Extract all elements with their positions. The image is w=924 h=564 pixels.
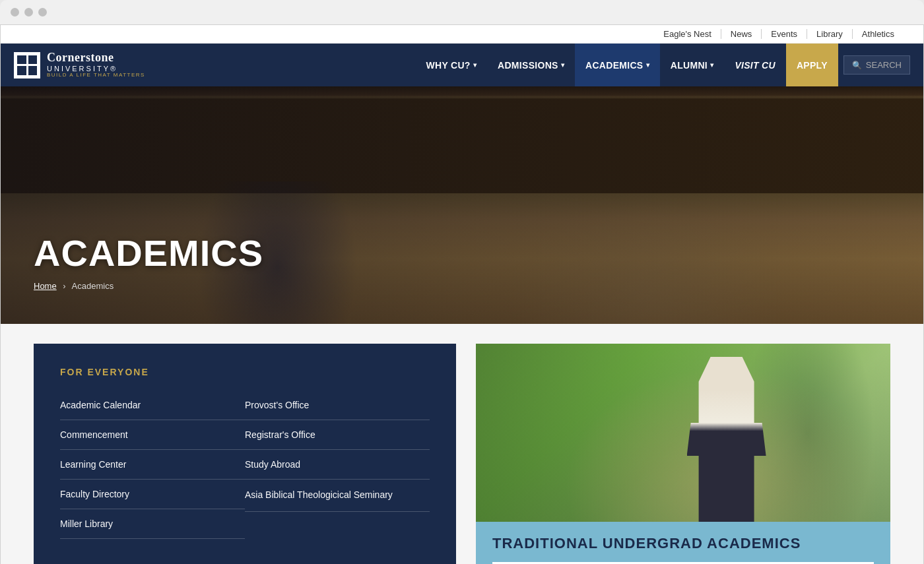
breadcrumb-home[interactable]: Home bbox=[34, 281, 57, 291]
hero-banner: ACADEMICS Home › Academics bbox=[1, 86, 923, 324]
topbar-item-events[interactable]: Events bbox=[762, 29, 807, 39]
for-everyone-panel: FOR EVERYONE Academic Calendar Commencem… bbox=[34, 344, 456, 564]
nav-visit-cu[interactable]: VISIT CU bbox=[724, 44, 786, 86]
site-wrapper: Eagle's Nest News Events Library Athleti… bbox=[0, 25, 924, 564]
nav-why-cu[interactable]: WHY CU? ▾ bbox=[416, 44, 487, 86]
main-navigation: Cornerstone UNIVERSITY® BUILD A LIFE THA… bbox=[1, 44, 923, 86]
search-icon: 🔍 bbox=[852, 61, 862, 70]
link-miller-library[interactable]: Miller Library bbox=[60, 509, 245, 539]
hero-content: ACADEMICS Home › Academics bbox=[34, 232, 263, 291]
breadcrumb: Home › Academics bbox=[34, 281, 263, 291]
hero-title: ACADEMICS bbox=[34, 232, 263, 274]
breadcrumb-separator: › bbox=[63, 281, 65, 291]
topbar-item-library[interactable]: Library bbox=[807, 29, 853, 39]
panel-title: FOR EVERYONE bbox=[60, 367, 430, 377]
cta-title: TRADITIONAL UNDERGRAD ACADEMICS bbox=[492, 535, 874, 552]
search-label: SEARCH bbox=[866, 60, 902, 70]
chevron-down-icon: ▾ bbox=[473, 61, 477, 69]
window-chrome bbox=[0, 0, 924, 25]
link-asia-biblical[interactable]: Asia Biblical Theologicical Seminary bbox=[245, 480, 430, 512]
chevron-down-icon: ▾ bbox=[710, 61, 713, 69]
nav-admissions[interactable]: ADMISSIONS ▾ bbox=[487, 44, 575, 86]
chevron-down-icon: ▾ bbox=[646, 61, 649, 69]
link-study-abroad[interactable]: Study Abroad bbox=[245, 450, 430, 480]
chrome-close-dot bbox=[11, 8, 19, 16]
nav-apply[interactable]: APPLY bbox=[786, 44, 838, 86]
link-commencement[interactable]: Commencement bbox=[60, 420, 245, 450]
breadcrumb-current: Academics bbox=[72, 281, 114, 291]
link-provosts-office[interactable]: Provost's Office bbox=[245, 391, 430, 420]
nav-alumni[interactable]: ALUMNI ▾ bbox=[660, 44, 725, 86]
link-learning-center[interactable]: Learning Center bbox=[60, 450, 245, 480]
link-faculty-directory[interactable]: Faculty Directory bbox=[60, 480, 245, 509]
link-academic-calendar[interactable]: Academic Calendar bbox=[60, 391, 245, 420]
chrome-maximize-dot bbox=[38, 8, 47, 16]
logo-name: Cornerstone bbox=[47, 51, 145, 65]
campus-photo bbox=[476, 344, 890, 522]
link-registrars-office[interactable]: Registrar's Office bbox=[245, 420, 430, 450]
top-bar: Eagle's Nest News Events Library Athleti… bbox=[1, 25, 923, 44]
chevron-down-icon: ▾ bbox=[561, 61, 564, 69]
links-left-column: Academic Calendar Commencement Learning … bbox=[60, 391, 245, 539]
right-panel: TRADITIONAL UNDERGRAD ACADEMICS I'm look… bbox=[476, 344, 890, 564]
chrome-minimize-dot bbox=[24, 8, 33, 16]
content-section: FOR EVERYONE Academic Calendar Commencem… bbox=[1, 324, 923, 564]
links-right-column: Provost's Office Registrar's Office Stud… bbox=[245, 391, 430, 539]
logo-text: Cornerstone UNIVERSITY® BUILD A LIFE THA… bbox=[47, 51, 145, 78]
logo-icon bbox=[14, 52, 40, 78]
topbar-item-athletics[interactable]: Athletics bbox=[853, 29, 904, 39]
cta-overlay: TRADITIONAL UNDERGRAD ACADEMICS I'm look… bbox=[476, 522, 890, 564]
nav-search-button[interactable]: 🔍 SEARCH bbox=[843, 55, 910, 75]
nav-academics[interactable]: ACADEMICS ▾ bbox=[575, 44, 660, 86]
logo-tagline: BUILD A LIFE THAT MATTERS bbox=[47, 73, 145, 78]
topbar-item-eagles-nest[interactable]: Eagle's Nest bbox=[654, 29, 721, 39]
logo-area[interactable]: Cornerstone UNIVERSITY® BUILD A LIFE THA… bbox=[1, 45, 158, 85]
topbar-item-news[interactable]: News bbox=[721, 29, 762, 39]
links-grid: Academic Calendar Commencement Learning … bbox=[60, 391, 430, 539]
nav-links: WHY CU? ▾ ADMISSIONS ▾ ACADEMICS ▾ ALUMN… bbox=[158, 44, 910, 86]
